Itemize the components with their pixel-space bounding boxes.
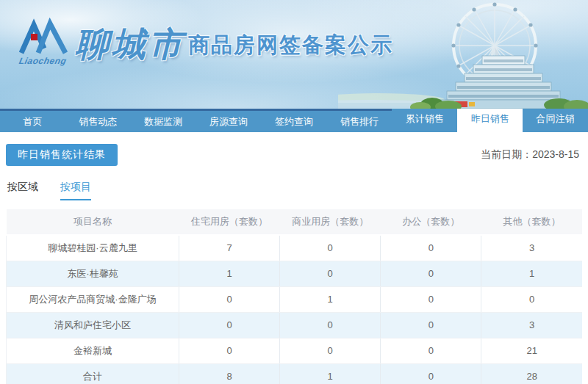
view-tabs: 按区域按项目 — [7, 181, 588, 200]
value-cell: 0 — [481, 286, 582, 312]
project-name-cell: 聊城碧桂园·云麓九里 — [7, 235, 179, 261]
value-cell: 8 — [179, 363, 280, 384]
mountain-logo-icon — [19, 18, 68, 56]
nav-item-累计销售[interactable]: 累计销售 — [392, 106, 457, 132]
current-date-label: 当前日期：2023-8-15 — [481, 148, 579, 162]
project-name-cell: 东医·桂馨苑 — [7, 261, 179, 286]
nav-item-销售排行[interactable]: 销售排行 — [326, 111, 392, 132]
column-header: 其他（套数） — [481, 209, 582, 235]
column-header: 住宅用房（套数） — [179, 209, 280, 235]
nav-item-首页[interactable]: 首页 — [0, 111, 65, 132]
column-header: 办公（套数） — [381, 209, 481, 235]
section-title-badge: 昨日销售统计结果 — [6, 144, 118, 166]
value-cell: 7 — [179, 235, 280, 261]
value-cell: 0 — [179, 312, 280, 338]
value-cell: 1 — [280, 363, 381, 384]
value-cell: 0 — [280, 312, 381, 338]
nav-item-房源查询[interactable]: 房源查询 — [196, 111, 262, 132]
column-header: 项目名称 — [7, 209, 179, 235]
table-row: 东医·桂馨苑1001 — [7, 261, 583, 286]
value-cell: 0 — [381, 312, 481, 338]
column-header: 商业用房（套数） — [280, 209, 381, 235]
header-photo — [338, 0, 588, 109]
sales-table: 项目名称住宅用房（套数）商业用房（套数）办公（套数）其他（套数） 聊城碧桂园·云… — [6, 209, 582, 384]
value-cell: 0 — [280, 261, 381, 286]
value-cell: 0 — [381, 235, 481, 261]
value-cell: 1 — [179, 261, 280, 286]
value-cell: 21 — [481, 338, 582, 363]
value-cell: 1 — [481, 261, 582, 286]
brand: Liaocheng 聊城市 商品房网签备案公示 — [19, 18, 393, 68]
value-cell: 0 — [381, 338, 481, 363]
nav-item-销售动态[interactable]: 销售动态 — [65, 111, 131, 132]
project-name-cell: 合计 — [7, 363, 179, 384]
logo-red-square — [31, 34, 37, 40]
value-cell: 0 — [280, 338, 381, 363]
table-row: 清风和庐住宅小区0003 — [7, 312, 583, 338]
value-cell: 28 — [481, 363, 582, 384]
header-banner: Liaocheng 聊城市 商品房网签备案公示 — [0, 0, 588, 109]
value-cell: 3 — [481, 312, 582, 338]
table-row: 合计81028 — [7, 363, 583, 384]
project-name-cell: 金裕新城 — [7, 338, 179, 363]
nav-item-数据监测[interactable]: 数据监测 — [131, 111, 196, 132]
city-logo: Liaocheng — [19, 18, 68, 65]
value-cell: 0 — [381, 286, 481, 312]
nav-item-签约查询[interactable]: 签约查询 — [262, 111, 327, 132]
main-nav: 首页销售动态数据监测房源查询签约查询销售排行累计销售昨日销售合同注销 — [0, 109, 588, 132]
logo-script-text: Liaocheng — [18, 56, 68, 66]
tab-按区域[interactable]: 按区域 — [7, 181, 38, 200]
nav-item-昨日销售[interactable]: 昨日销售 — [457, 106, 523, 132]
table-row: 金裕新城00021 — [7, 338, 583, 363]
project-name-cell: 清风和庐住宅小区 — [7, 312, 179, 338]
value-cell: 0 — [381, 363, 481, 384]
value-cell: 0 — [381, 261, 481, 286]
table-body: 聊城碧桂园·云麓九里7003东医·桂馨苑1001周公河农产品商贸城·金隆广场01… — [7, 235, 583, 384]
value-cell: 0 — [280, 235, 381, 261]
table-header-row: 项目名称住宅用房（套数）商业用房（套数）办公（套数）其他（套数） — [7, 209, 583, 235]
sales-table-wrap: 项目名称住宅用房（套数）商业用房（套数）办公（套数）其他（套数） 聊城碧桂园·云… — [6, 209, 582, 384]
tab-按项目[interactable]: 按项目 — [60, 181, 91, 200]
value-cell: 3 — [481, 235, 582, 261]
value-cell: 0 — [179, 338, 280, 363]
main-content: 昨日销售统计结果 当前日期：2023-8-15 按区域按项目 项目名称住宅用房（… — [0, 144, 588, 384]
value-cell: 0 — [179, 286, 280, 312]
table-row: 周公河农产品商贸城·金隆广场0100 — [7, 286, 583, 312]
nav-item-合同注销[interactable]: 合同注销 — [523, 106, 588, 132]
value-cell: 1 — [280, 286, 381, 312]
project-name-cell: 周公河农产品商贸城·金隆广场 — [7, 286, 179, 312]
city-name: 聊城市 — [75, 22, 185, 68]
table-row: 聊城碧桂园·云麓九里7003 — [7, 235, 583, 261]
